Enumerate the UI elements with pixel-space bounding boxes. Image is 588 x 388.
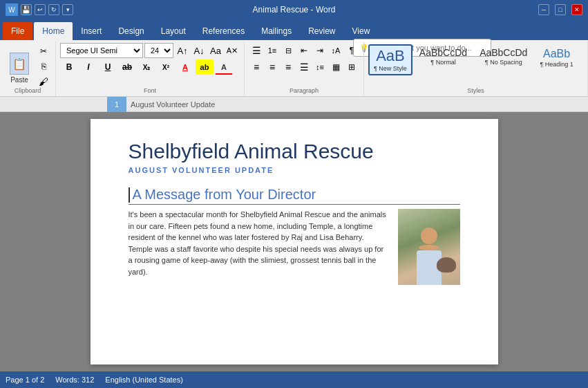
- customize-button[interactable]: ▾: [62, 4, 73, 15]
- page-number-box: 1: [107, 97, 126, 112]
- tab-references[interactable]: References: [194, 22, 253, 40]
- tab-file[interactable]: File: [3, 22, 32, 40]
- cut-button[interactable]: ✂: [36, 44, 51, 58]
- document-image: [398, 209, 460, 285]
- document-heading1: A Message from Your Director: [129, 187, 460, 205]
- close-button[interactable]: ✕: [571, 4, 582, 15]
- styles-group: AaB ¶ New Style AaBbCcDd ¶ Normal AaBbCc…: [364, 41, 588, 96]
- word-count: Words: 312: [55, 376, 94, 384]
- word-icon: W: [6, 3, 18, 16]
- tab-insert[interactable]: Insert: [73, 22, 110, 40]
- document-body-text[interactable]: It's been a spectacular month for Shelby…: [129, 209, 390, 285]
- paste-icon: 📋: [10, 53, 29, 75]
- strikethrough-button[interactable]: ab: [118, 59, 136, 75]
- style-normal-preview: AaBbCcDd: [419, 48, 467, 58]
- tab-review[interactable]: Review: [300, 22, 343, 40]
- font-label: Font: [56, 87, 244, 94]
- show-formatting-button[interactable]: ¶: [344, 43, 359, 58]
- document-body: It's been a spectacular month for Shelby…: [129, 209, 460, 285]
- save-button[interactable]: 💾: [21, 4, 32, 15]
- paste-button[interactable]: 📋 Paste: [4, 43, 35, 93]
- document-title: Shelbyfield Animal Rescue: [129, 140, 460, 163]
- clipboard-label: Clipboard: [0, 87, 55, 94]
- style-nospace-label: ¶ No Spacing: [485, 59, 522, 66]
- line-spacing-button[interactable]: ↕≡: [312, 59, 328, 75]
- document-page[interactable]: Shelbyfield Animal Rescue AUGUST VOLUNTE…: [91, 119, 498, 364]
- borders-button[interactable]: ⊞: [344, 59, 359, 75]
- document-area: Shelbyfield Animal Rescue AUGUST VOLUNTE…: [0, 112, 588, 371]
- styles-label: Styles: [364, 87, 587, 94]
- tab-home[interactable]: Home: [34, 22, 73, 40]
- redo-button[interactable]: ↻: [48, 4, 59, 15]
- tab-mailings[interactable]: Mailings: [253, 22, 300, 40]
- highlight-button[interactable]: ab: [196, 59, 214, 75]
- sort-button[interactable]: ↕A: [328, 43, 343, 58]
- minimize-button[interactable]: ─: [538, 4, 549, 15]
- language: English (United States): [105, 376, 183, 384]
- justify-button[interactable]: ☰: [296, 59, 312, 75]
- font-color-button[interactable]: A: [215, 59, 233, 75]
- page-label: August Volunteer Update: [131, 100, 215, 109]
- maximize-button[interactable]: □: [555, 4, 566, 15]
- ribbon: 📋 Paste ✂ ⎘ 🖌 Clipboard Segoe UI Semi 24…: [0, 40, 588, 97]
- font-name-select[interactable]: Segoe UI Semi: [60, 43, 143, 58]
- font-group: Segoe UI Semi 24 A↑ A↓ Aa A✕ B I U ab X₂…: [56, 41, 245, 96]
- paragraph-label: Paragraph: [245, 87, 363, 94]
- style-new-style-preview: AaB: [376, 48, 405, 64]
- clear-formatting-button[interactable]: A✕: [225, 43, 240, 58]
- text-cursor: [129, 187, 130, 203]
- style-heading1[interactable]: AaBb ¶ Heading 1: [534, 44, 578, 71]
- style-heading1-label: ¶ Heading 1: [540, 61, 573, 68]
- bold-button[interactable]: B: [60, 59, 78, 75]
- window-title: Animal Rescue - Word: [253, 5, 336, 15]
- italic-button[interactable]: I: [79, 59, 97, 75]
- ribbon-tabs: File Home Insert Design Layout Reference…: [0, 19, 588, 40]
- tab-design[interactable]: Design: [110, 22, 152, 40]
- shading-button[interactable]: ▦: [328, 59, 343, 75]
- subscript-button[interactable]: X₂: [137, 59, 155, 75]
- style-new-style-label: ¶ New Style: [374, 65, 407, 72]
- paragraph-group: ☰ 1≡ ⊟ ⇤ ⇥ ↕A ¶ ≡ ≡ ≡ ☰ ↕≡ ▦ ⊞ Paragraph: [245, 41, 364, 96]
- document-subtitle: AUGUST VOLUNTEER UPDATE: [129, 166, 460, 174]
- undo-button[interactable]: ↩: [35, 4, 46, 15]
- bullets-button[interactable]: ☰: [249, 43, 264, 58]
- copy-button[interactable]: ⎘: [36, 59, 51, 73]
- multilevel-button[interactable]: ⊟: [281, 43, 296, 58]
- tab-layout[interactable]: Layout: [153, 22, 194, 40]
- change-case-button[interactable]: Aa: [208, 43, 223, 58]
- superscript-button[interactable]: X²: [157, 59, 175, 75]
- clipboard-group: 📋 Paste ✂ ⎘ 🖌 Clipboard: [0, 41, 56, 96]
- align-left-button[interactable]: ≡: [249, 59, 264, 75]
- decrease-indent-button[interactable]: ⇤: [296, 43, 312, 58]
- font-size-select[interactable]: 24: [144, 43, 173, 58]
- status-bar: Page 1 of 2 Words: 312 English (United S…: [0, 371, 588, 388]
- page-info: Page 1 of 2: [6, 376, 44, 384]
- style-nospace-preview: AaBbCcDd: [480, 48, 527, 58]
- style-normal-label: ¶ Normal: [430, 59, 455, 66]
- text-color-button[interactable]: A: [176, 59, 194, 75]
- numbering-button[interactable]: 1≡: [265, 43, 280, 58]
- decrease-font-button[interactable]: A↓: [191, 43, 207, 58]
- style-heading1-preview: AaBb: [543, 48, 570, 60]
- title-bar: W 💾 ↩ ↻ ▾ Animal Rescue - Word ─ □ ✕: [0, 0, 588, 19]
- title-bar-controls[interactable]: W 💾 ↩ ↻ ▾: [6, 3, 73, 16]
- align-center-button[interactable]: ≡: [265, 59, 280, 75]
- underline-button[interactable]: U: [99, 59, 117, 75]
- style-normal[interactable]: AaBbCcDd ¶ Normal: [414, 44, 473, 69]
- style-new-style[interactable]: AaB ¶ New Style: [368, 44, 412, 75]
- style-no-spacing[interactable]: AaBbCcDd ¶ No Spacing: [474, 44, 533, 69]
- tab-view[interactable]: View: [344, 22, 379, 40]
- ruler-area: 1 August Volunteer Update: [0, 97, 588, 112]
- increase-indent-button[interactable]: ⇥: [312, 43, 328, 58]
- align-right-button[interactable]: ≡: [281, 59, 296, 75]
- photo-placeholder: [398, 209, 460, 285]
- page-number: 1: [115, 100, 119, 109]
- format-painter-button[interactable]: 🖌: [36, 75, 51, 89]
- increase-font-button[interactable]: A↑: [175, 43, 190, 58]
